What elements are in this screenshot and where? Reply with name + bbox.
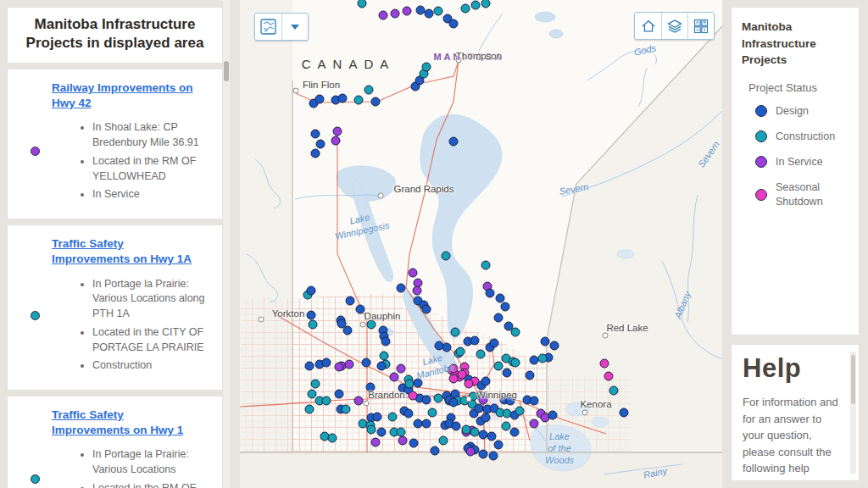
town-marker [293,88,299,94]
bullet-item: In Portage la Prairie: Various Locations [92,447,212,478]
town-marker [378,193,384,199]
layers-button[interactable] [661,13,687,39]
map[interactable]: CANADAMANITOBAFlin FlonThompsonGrand Rap… [240,0,722,488]
legend-row: Design [755,104,849,118]
map-label: Gods [633,42,657,57]
map-label: Yorkton [272,308,305,319]
in-service-status-dot [755,156,767,168]
bullet-item: Located in the RM OF YELLOWHEAD [92,154,212,185]
project-link[interactable]: Traffic Safety Improvements on Hwy 1 [52,408,204,438]
design-status-dot [755,105,767,117]
legend-label: Design [776,104,809,118]
map-label: Flin Flon [303,80,340,90]
map-label: Dauphin [364,311,401,321]
project-bullets: In Portage la Prairie: Various Locations… [81,447,212,488]
map-label: Severn [696,139,721,169]
map-label: Severn [559,181,589,197]
legend-title: Manitoba Infrastructure Projects [742,19,849,69]
map-label: Albany [672,290,693,320]
map-label: CANADA [302,57,396,71]
construction-status-dot [755,130,767,142]
bullet-item: In Service [92,187,212,202]
town-marker [364,401,370,407]
map-label: Winnipeg [476,390,517,400]
caret-down-icon [290,24,300,30]
legend-card: Manitoba Infrastructure Projects Project… [731,7,860,336]
map-label: Red Lake [606,323,648,333]
results-title-card: Manitoba Infrastructure Projects in disp… [7,7,223,64]
town-marker [360,322,366,328]
help-text: For information and for an answer to you… [743,394,845,481]
project-bullets: In Shoal Lake: CP Bredenbury Mile 36.91 … [81,120,212,202]
help-title: Help [743,353,845,384]
map-label: Rainy [643,465,668,480]
help-card: Help For information and for an answer t… [731,344,860,481]
legend-row: Seasonal Shutdown [755,180,849,208]
legend-label: Construction [776,130,835,143]
bullet-item: In Portage la Prairie: Various Locations… [92,277,212,322]
town-marker [466,396,472,402]
home-button[interactable] [635,13,661,39]
project-card[interactable]: Traffic Safety Improvements on Hwy 1A In… [7,225,223,391]
results-panel: Manitoba Infrastructure Projects in disp… [0,0,240,488]
status-dot [31,474,40,484]
map-label: Lake Manitoba [413,350,456,382]
scrollbar-thumb[interactable] [224,61,229,81]
project-card[interactable]: Railway Improvements on Hwy 42 In Shoal … [7,69,223,219]
town-marker [259,317,264,323]
project-link[interactable]: Traffic Safety Improvements on Hwy 1A [52,236,204,267]
bullet-item: Located in the RM OF PORTAGE LA PRAIRIE [92,481,212,488]
help-scrollbar[interactable] [850,352,856,474]
map-label: Lake Winnipegosis [331,208,391,242]
seasonal-shutdown-status-dot [755,189,767,201]
labels-layer: CANADAMANITOBAFlin FlonThompsonGrand Rap… [240,0,722,488]
basemap-gallery-button[interactable] [687,13,714,39]
project-link[interactable]: Railway Improvements on Hwy 42 [52,80,204,111]
legend-section-title: Project Status [748,81,849,94]
legend-toggle-button[interactable] [255,14,281,40]
status-dot [31,311,40,320]
home-icon [640,18,657,35]
map-legend-icon [260,19,276,35]
results-title: Manitoba Infrastructure Projects in disp… [18,15,212,53]
town-marker [582,410,588,416]
legend-row: In Service [755,155,849,169]
legend-row: Construction [755,130,849,143]
scrollbar-thumb[interactable] [851,355,855,404]
app-window: Manitoba Infrastructure Projects in disp… [0,0,868,488]
widget-dropdown-button[interactable] [281,14,308,40]
results-scrollbar[interactable] [223,0,230,488]
bullet-item: Construction [92,358,212,374]
map-nav-group [634,12,715,40]
map-label: Lake of the Woods [545,431,574,466]
basemap-gallery-icon [693,18,709,35]
legend-label: In Service [776,155,823,169]
bullet-item: Located in the CITY OF PORTAGE LA PRAIRI… [92,325,212,356]
layers-icon [666,18,683,35]
legend-label: Seasonal Shutdown [776,180,849,208]
map-widget-toggle-group [254,13,309,41]
status-dot [31,147,40,156]
legend-panel: Manitoba Infrastructure Projects Project… [722,0,868,488]
map-label: Grand Rapids [394,184,454,194]
map-label: Thompson [456,51,502,61]
bullet-item: In Shoal Lake: CP Bredenbury Mile 36.91 [92,120,212,151]
map-label: Kenora [580,399,611,409]
project-card[interactable]: Traffic Safety Improvements on Hwy 1 In … [7,396,223,488]
project-bullets: In Portage la Prairie: Various Locations… [81,277,212,374]
town-marker [603,333,609,339]
map-label: Brandon [368,390,404,400]
